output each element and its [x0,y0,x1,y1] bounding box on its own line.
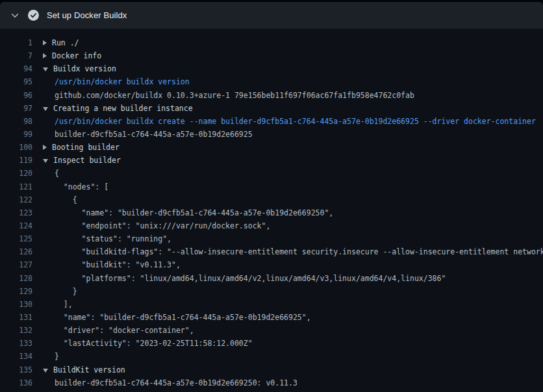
line-content: "platforms": "linux/amd64,linux/amd64/v2… [43,272,543,285]
log-line: 133 "lastActivity": "2023-02-25T11:58:12… [0,337,543,350]
log-group-line[interactable]: 1Run ./ [0,36,543,49]
output-text: "platforms": "linux/amd64,linux/amd64/v2… [55,272,446,285]
line-number[interactable]: 129 [0,285,32,298]
log-line: 125 "status": "running", [0,232,543,245]
line-number[interactable]: 127 [0,258,32,271]
line-number[interactable]: 96 [0,89,32,102]
line-number[interactable]: 94 [0,62,32,75]
log-line: 99builder-d9cfb5a1-c764-445a-a57e-0b19d2… [0,128,543,141]
output-text: "buildkit": "v0.11.3", [55,258,181,271]
line-content: Booting builder [43,141,543,154]
command-text: /usr/bin/docker buildx version [55,75,190,88]
group-expanded-arrow-icon[interactable] [43,107,48,111]
log-group-line[interactable]: 100Booting builder [0,141,543,154]
line-content: BuildKit version [43,363,543,376]
log-group-line[interactable]: 97Creating a new builder instance [0,102,543,115]
log-line: 136builder-d9cfb5a1-c764-445a-a57e-0b19d… [0,376,543,389]
line-number[interactable]: 128 [0,272,32,285]
line-content: "endpoint": "unix:///var/run/docker.sock… [43,219,543,232]
line-number[interactable]: 134 [0,350,32,363]
output-text: "name": "builder-d9cfb5a1-c764-445a-a57e… [55,311,311,324]
line-number[interactable]: 1 [0,36,32,49]
line-content: } [43,350,543,363]
log-line: 124 "endpoint": "unix:///var/run/docker.… [0,219,543,232]
chevron-down-icon[interactable] [10,11,19,20]
line-content: builder-d9cfb5a1-c764-445a-a57e-0b19d2e6… [43,128,543,141]
output-text: builder-d9cfb5a1-c764-445a-a57e-0b19d2e6… [55,376,297,389]
line-number[interactable]: 125 [0,232,32,245]
line-number[interactable]: 98 [0,115,32,128]
log-line: 128 "platforms": "linux/amd64,linux/amd6… [0,272,543,285]
line-number[interactable]: 123 [0,206,32,219]
log-line: 98/usr/bin/docker buildx create --name b… [0,115,543,128]
line-number[interactable]: 119 [0,154,32,167]
command-text: /usr/bin/docker buildx create --name bui… [55,115,536,128]
line-content: ], [43,298,543,311]
group-collapsed-arrow-icon[interactable] [43,145,47,150]
output-text: "driver": "docker-container", [55,324,194,337]
group-title: Buildx version [53,62,116,75]
group-title: Creating a new builder instance [53,102,193,115]
step-header[interactable]: Set up Docker Buildx [0,2,543,29]
log-line: 126 "buildkitd-flags": "--allow-insecure… [0,245,543,258]
output-text: builder-d9cfb5a1-c764-445a-a57e-0b19d2e6… [55,128,253,141]
line-number[interactable]: 136 [0,376,32,389]
line-content: "lastActivity": "2023-02-25T11:58:12.000… [43,337,543,350]
group-expanded-arrow-icon[interactable] [43,369,48,373]
group-title: Run ./ [52,36,79,49]
line-number[interactable]: 130 [0,298,32,311]
line-content: { [43,167,543,180]
line-number[interactable]: 131 [0,311,32,324]
line-number[interactable]: 99 [0,128,32,141]
output-text: } [55,350,59,363]
output-text: "name": "builder-d9cfb5a1-c764-445a-a57e… [55,206,333,219]
line-content: builder-d9cfb5a1-c764-445a-a57e-0b19d2e6… [43,376,543,389]
line-content: "buildkitd-flags": "--allow-insecure-ent… [43,245,543,258]
line-number[interactable]: 120 [0,167,32,180]
log-line: 96github.com/docker/buildx 0.10.3+azure-… [0,89,543,102]
output-text: { [55,167,59,180]
line-number[interactable]: 133 [0,337,32,350]
group-expanded-arrow-icon[interactable] [43,67,48,71]
line-number[interactable]: 121 [0,180,32,193]
check-circle-icon [28,10,39,21]
line-number[interactable]: 7 [0,49,32,62]
log-line: 120{ [0,167,543,180]
group-title: Inspect builder [53,154,121,167]
line-number[interactable]: 122 [0,193,32,206]
line-content: "driver": "docker-container", [43,324,543,337]
line-content: "status": "running", [43,232,543,245]
output-text: "status": "running", [55,232,171,245]
output-text: { [55,193,77,206]
line-number[interactable]: 126 [0,245,32,258]
line-number[interactable]: 124 [0,219,32,232]
line-number[interactable]: 95 [0,75,32,88]
log-group-line[interactable]: 119Inspect builder [0,154,543,167]
line-content: Docker info [43,49,543,62]
group-collapsed-arrow-icon[interactable] [43,40,47,45]
log-group-line[interactable]: 135BuildKit version [0,363,543,376]
log-group-line[interactable]: 7Docker info [0,49,543,62]
line-content: /usr/bin/docker buildx create --name bui… [43,115,543,128]
line-content: github.com/docker/buildx 0.10.3+azure-1 … [43,89,543,102]
line-content: /usr/bin/docker buildx version [43,75,543,88]
group-expanded-arrow-icon[interactable] [43,159,48,163]
line-number[interactable]: 100 [0,141,32,154]
log-line: 121 "nodes": [ [0,180,543,193]
line-content: { [43,193,543,206]
line-number[interactable]: 132 [0,324,32,337]
log-output: 1Run ./7Docker info94Buildx version95/us… [0,29,543,392]
line-content: Inspect builder [43,154,543,167]
line-content: "nodes": [ [43,180,543,193]
line-number[interactable]: 135 [0,363,32,376]
log-line: 132 "driver": "docker-container", [0,324,543,337]
line-content: Buildx version [43,62,543,75]
group-collapsed-arrow-icon[interactable] [43,53,47,58]
line-number[interactable]: 97 [0,102,32,115]
log-line: 123 "name": "builder-d9cfb5a1-c764-445a-… [0,206,543,219]
output-text: "lastActivity": "2023-02-25T11:58:12.000… [55,337,253,350]
group-title: Booting builder [52,141,120,154]
group-title: BuildKit version [53,363,125,376]
log-group-line[interactable]: 94Buildx version [0,62,543,75]
log-line: 122 { [0,193,543,206]
